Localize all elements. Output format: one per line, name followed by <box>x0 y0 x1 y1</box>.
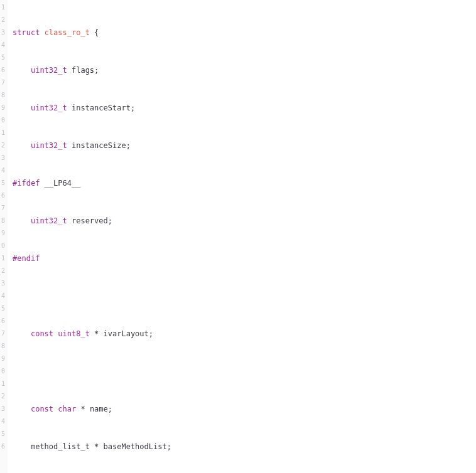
line-number: 7 <box>1 77 5 89</box>
line-number: 8 <box>1 340 5 353</box>
line-number: 6 <box>1 189 5 202</box>
line-number: 4 <box>1 290 5 302</box>
line-number: 2 <box>1 265 5 277</box>
code-line[interactable]: #ifdef __LP64__ <box>13 177 473 189</box>
code-line[interactable]: #endif <box>13 252 473 265</box>
line-number: 1 <box>1 378 5 390</box>
code-line[interactable] <box>13 290 473 302</box>
line-number: 6 <box>1 440 5 453</box>
code-line[interactable]: struct class_ro_t { <box>13 26 473 39</box>
line-number: 1 <box>1 127 5 139</box>
line-number: 4 <box>1 415 5 428</box>
line-number: 5 <box>1 177 5 189</box>
code-line[interactable]: uint32_t flags; <box>13 64 473 77</box>
line-number: 5 <box>1 428 5 440</box>
line-number: 4 <box>1 164 5 177</box>
code-line[interactable]: uint32_t instanceStart; <box>13 102 473 114</box>
line-number: 2 <box>1 390 5 403</box>
line-number: 0 <box>1 365 5 378</box>
code-line[interactable]: method_list_t * baseMethodList; <box>13 440 473 453</box>
line-number: 3 <box>1 277 5 290</box>
code-line[interactable] <box>13 365 473 378</box>
code-line[interactable]: const uint8_t * ivarLayout; <box>13 327 473 340</box>
line-number: 9 <box>1 227 5 240</box>
code-line[interactable]: uint32_t reserved; <box>13 215 473 227</box>
line-number: 5 <box>1 51 5 64</box>
line-number: 1 <box>1 252 5 265</box>
line-number: 8 <box>1 89 5 102</box>
code-area[interactable]: struct class_ro_t { uint32_t flags; uint… <box>8 0 476 473</box>
line-number: 8 <box>1 215 5 227</box>
line-number: 2 <box>1 14 5 26</box>
line-number: 3 <box>1 26 5 39</box>
line-number: 2 <box>1 139 5 152</box>
line-number-gutter: 1 2 3 4 5 6 7 8 9 0 1 2 3 4 5 6 7 8 9 0 … <box>0 0 8 473</box>
code-line[interactable]: uint32_t instanceSize; <box>13 139 473 152</box>
line-number: 4 <box>1 39 5 51</box>
line-number: 0 <box>1 240 5 252</box>
line-number: 1 <box>1 1 5 14</box>
line-number: 5 <box>1 302 5 315</box>
line-number: 7 <box>1 327 5 340</box>
line-number: 3 <box>1 403 5 415</box>
code-line[interactable]: const char * name; <box>13 403 473 415</box>
line-number: 9 <box>1 102 5 114</box>
line-number: 6 <box>1 64 5 77</box>
line-number: 9 <box>1 353 5 365</box>
line-number: 0 <box>1 114 5 127</box>
line-number: 3 <box>1 152 5 164</box>
line-number: 7 <box>1 202 5 215</box>
code-editor[interactable]: 1 2 3 4 5 6 7 8 9 0 1 2 3 4 5 6 7 8 9 0 … <box>0 0 476 473</box>
line-number: 6 <box>1 315 5 327</box>
